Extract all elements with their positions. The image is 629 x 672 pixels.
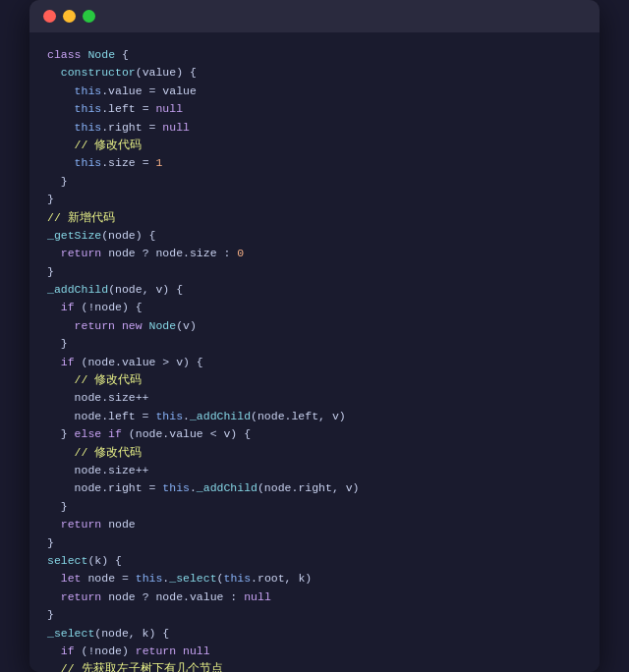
minimize-button[interactable]	[63, 10, 76, 23]
code-content: class Node { constructor(value) { this.v…	[29, 32, 600, 672]
titlebar	[29, 0, 600, 32]
close-button[interactable]	[43, 10, 56, 23]
maximize-button[interactable]	[83, 10, 95, 23]
code-window: class Node { constructor(value) { this.v…	[29, 0, 600, 672]
